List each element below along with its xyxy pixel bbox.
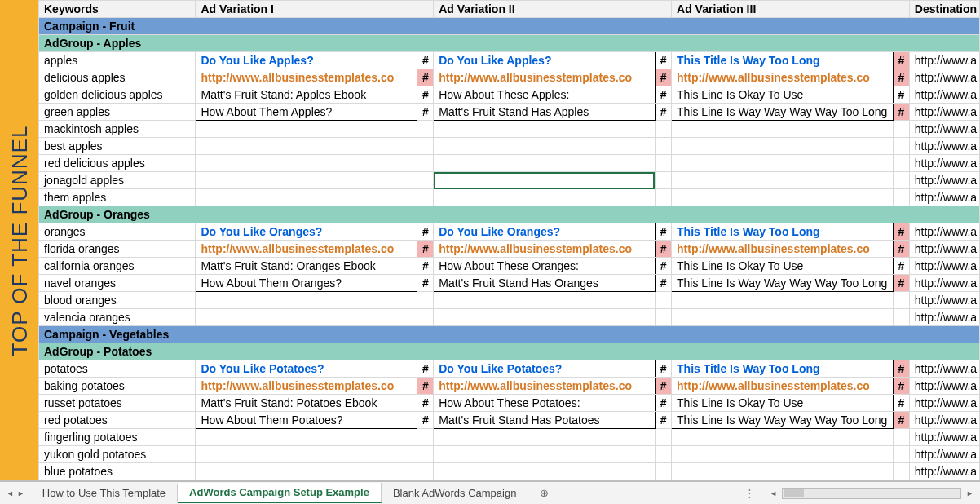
keyword-cell[interactable]: delicious apples [39, 69, 196, 86]
horizontal-scrollbar[interactable] [782, 488, 961, 499]
add-sheet-button[interactable]: ⊕ [528, 484, 556, 502]
keyword-cell[interactable]: fingerling potatoes [39, 429, 196, 446]
keyword-cell[interactable]: valencia oranges [39, 309, 196, 326]
ad1-cell[interactable]: http://www.allbusinesstemplates.co [196, 69, 417, 86]
hash-cell[interactable]: # [417, 275, 434, 292]
hash-cell[interactable]: # [893, 395, 909, 412]
ad1-cell[interactable]: How About Them Potatoes? [196, 412, 417, 429]
keyword-cell[interactable]: red delicious apples [39, 155, 196, 172]
dest-cell[interactable]: http://www.a [909, 446, 979, 463]
ad2-cell[interactable]: http://www.allbusinesstemplates.co [434, 241, 656, 258]
keyword-cell[interactable]: russet potatoes [39, 395, 196, 412]
hash-cell[interactable]: # [417, 69, 434, 86]
dest-cell[interactable]: http://www.a [909, 360, 979, 378]
hash-cell[interactable]: # [417, 378, 434, 395]
keyword-cell[interactable]: california oranges [39, 258, 196, 275]
hash-cell[interactable]: # [417, 86, 434, 104]
dest-cell[interactable]: http://www.a [909, 104, 979, 121]
ad2-cell[interactable]: Matt's Fruit Stand Has Potatoes [434, 412, 656, 429]
keyword-cell[interactable]: them apples [39, 189, 196, 206]
tab-overflow-icon[interactable]: ⋮ [736, 487, 765, 499]
hash-cell[interactable]: # [417, 52, 434, 69]
hash-cell[interactable]: # [417, 241, 434, 258]
ad3-cell[interactable]: http://www.allbusinesstemplates.co [672, 241, 894, 258]
keyword-cell[interactable]: mackintosh apples [39, 121, 196, 138]
ad1-cell[interactable]: Matt's Fruit Stand: Apples Ebook [196, 86, 417, 104]
hash-cell[interactable]: # [655, 241, 671, 258]
hash-cell[interactable]: # [655, 395, 671, 412]
dest-cell[interactable]: http://www.a [909, 378, 979, 395]
dest-cell[interactable]: http://www.a [909, 395, 979, 412]
keyword-cell[interactable]: red potatoes [39, 412, 196, 429]
ad3-cell[interactable]: This Line Is Way Way Way Way Too Long [672, 275, 894, 292]
col-keywords[interactable]: Keywords [39, 1, 196, 18]
hash-cell[interactable]: # [655, 378, 671, 395]
scroll-right-icon[interactable]: ► [965, 489, 975, 497]
ad3-cell[interactable]: This Line Is Okay To Use [672, 86, 894, 104]
dest-cell[interactable]: http://www.a [909, 258, 979, 275]
ad2-cell[interactable]: How About These Potatoes: [434, 395, 656, 412]
hash-cell[interactable]: # [655, 52, 671, 69]
dest-cell[interactable]: http://www.a [909, 86, 979, 104]
hash-cell[interactable]: # [655, 86, 671, 104]
ad2-cell[interactable]: http://www.allbusinesstemplates.co [434, 378, 656, 395]
hash-cell[interactable]: # [893, 223, 909, 241]
dest-cell[interactable]: http://www.a [909, 69, 979, 86]
scrollbar-thumb[interactable] [784, 489, 804, 497]
hash-cell[interactable]: # [655, 360, 671, 378]
ad3-cell[interactable]: This Title Is Way Too Long [672, 360, 894, 378]
col-ad1[interactable]: Ad Variation I [196, 1, 434, 18]
hash-cell[interactable]: # [417, 104, 434, 121]
keyword-cell[interactable]: yukon gold potatoes [39, 446, 196, 463]
ad3-cell[interactable]: This Line Is Okay To Use [672, 395, 894, 412]
ad1-cell[interactable]: http://www.allbusinesstemplates.co [196, 241, 417, 258]
hash-cell[interactable]: # [893, 412, 909, 429]
hash-cell[interactable]: # [655, 223, 671, 241]
keyword-cell[interactable]: blood oranges [39, 292, 196, 309]
keyword-cell[interactable]: oranges [39, 223, 196, 241]
ad1-cell[interactable]: Do You Like Oranges? [196, 223, 417, 241]
keyword-cell[interactable]: blue potatoes [39, 463, 196, 480]
tab-nav-prev-icon[interactable]: ◄ [5, 489, 15, 497]
dest-cell[interactable]: http://www.a [909, 463, 979, 480]
keyword-cell[interactable]: jonagold apples [39, 172, 196, 189]
dest-cell[interactable]: http://www.a [909, 138, 979, 155]
ad1-cell[interactable]: Do You Like Apples? [196, 52, 417, 69]
hash-cell[interactable]: # [655, 104, 671, 121]
dest-cell[interactable]: http://www.a [909, 172, 979, 189]
ad3-cell[interactable]: This Line Is Okay To Use [672, 258, 894, 275]
hash-cell[interactable]: # [893, 258, 909, 275]
dest-cell[interactable]: http://www.a [909, 121, 979, 138]
keyword-cell[interactable]: florida oranges [39, 241, 196, 258]
dest-cell[interactable]: http://www.a [909, 309, 979, 326]
spreadsheet-grid[interactable]: Keywords Ad Variation I Ad Variation II … [38, 0, 980, 480]
ad2-cell[interactable]: Do You Like Oranges? [434, 223, 656, 241]
hash-cell[interactable]: # [893, 52, 909, 69]
hash-cell[interactable]: # [417, 360, 434, 378]
dest-cell[interactable]: http://www.a [909, 241, 979, 258]
dest-cell[interactable]: http://www.a [909, 155, 979, 172]
ad3-cell[interactable]: http://www.allbusinesstemplates.co [672, 69, 894, 86]
dest-cell[interactable]: http://www.a [909, 275, 979, 292]
hash-cell[interactable]: # [655, 412, 671, 429]
ad2-cell[interactable]: How About These Apples: [434, 86, 656, 104]
hash-cell[interactable]: # [893, 69, 909, 86]
hash-cell[interactable]: # [893, 378, 909, 395]
dest-cell[interactable]: http://www.a [909, 412, 979, 429]
dest-cell[interactable]: http://www.a [909, 429, 979, 446]
hash-cell[interactable]: # [417, 395, 434, 412]
hash-cell[interactable]: # [893, 275, 909, 292]
ad1-cell[interactable]: http://www.allbusinesstemplates.co [196, 378, 417, 395]
hash-cell[interactable]: # [417, 412, 434, 429]
hash-cell[interactable]: # [655, 69, 671, 86]
keyword-cell[interactable]: baking potatoes [39, 378, 196, 395]
ad1-cell[interactable]: How About Them Oranges? [196, 275, 417, 292]
ad2-cell[interactable]: How About These Oranges: [434, 258, 656, 275]
ad2-cell[interactable]: Do You Like Apples? [434, 52, 656, 69]
col-destination[interactable]: Destination [909, 1, 979, 18]
col-ad2[interactable]: Ad Variation II [434, 1, 672, 18]
keyword-cell[interactable]: green apples [39, 104, 196, 121]
ad2-cell[interactable]: http://www.allbusinesstemplates.co [434, 69, 656, 86]
tab-adwords-example[interactable]: AdWords Campaign Setup Example [178, 483, 382, 503]
keyword-cell[interactable]: golden delicious apples [39, 86, 196, 104]
